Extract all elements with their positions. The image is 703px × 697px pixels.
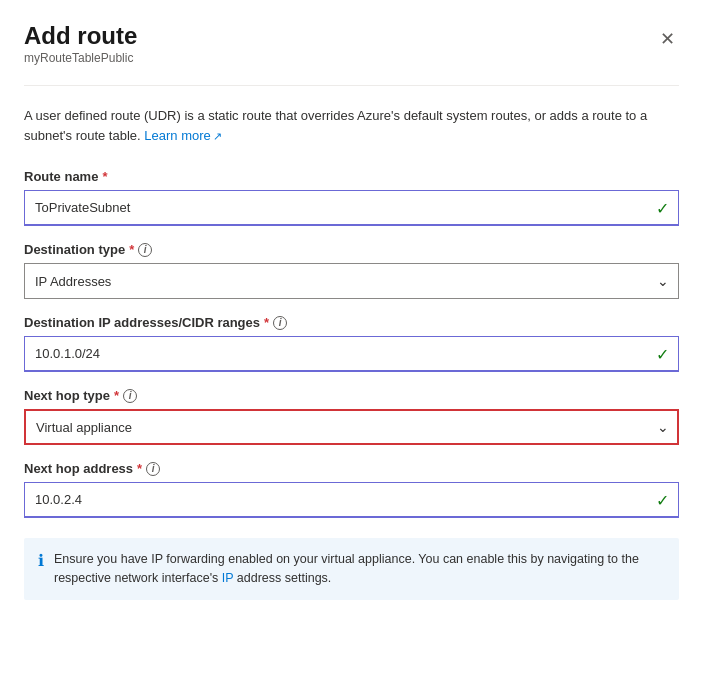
next-hop-address-label: Next hop address * i [24,461,679,476]
ip-link[interactable]: IP [222,571,237,585]
destination-type-info-icon[interactable]: i [138,243,152,257]
destination-type-group: Destination type * i ⌄ [24,242,679,299]
next-hop-type-group: Next hop type * i ⌄ [24,388,679,445]
info-box: ℹ Ensure you have IP forwarding enabled … [24,538,679,600]
destination-ip-input[interactable] [24,336,679,372]
destination-ip-wrapper: ✓ [24,336,679,372]
destination-type-label: Destination type * i [24,242,679,257]
next-hop-address-input[interactable] [24,482,679,518]
header-divider [24,85,679,86]
next-hop-type-info-icon[interactable]: i [123,389,137,403]
required-star-2: * [129,242,134,257]
destination-type-input[interactable] [24,263,679,299]
close-button[interactable]: ✕ [656,26,679,52]
next-hop-address-info-icon[interactable]: i [146,462,160,476]
destination-ip-group: Destination IP addresses/CIDR ranges * i… [24,315,679,372]
route-name-group: Route name * ✓ [24,169,679,226]
panel-subtitle: myRouteTablePublic [24,51,137,65]
panel-title: Add route [24,20,137,51]
required-star: * [102,169,107,184]
info-box-icon: ℹ [38,551,44,570]
description-text: A user defined route (UDR) is a static r… [24,106,679,145]
next-hop-type-wrapper: ⌄ [24,409,679,445]
route-name-wrapper: ✓ [24,190,679,226]
destination-type-wrapper: ⌄ [24,263,679,299]
destination-ip-label: Destination IP addresses/CIDR ranges * i [24,315,679,330]
info-box-text: Ensure you have IP forwarding enabled on… [54,550,665,588]
learn-more-link[interactable]: Learn more↗ [144,128,221,143]
add-route-panel: Add route myRouteTablePublic ✕ A user de… [0,0,703,697]
route-name-input[interactable] [24,190,679,226]
next-hop-address-wrapper: ✓ [24,482,679,518]
next-hop-address-group: Next hop address * i ✓ [24,461,679,518]
route-name-label: Route name * [24,169,679,184]
required-star-5: * [137,461,142,476]
panel-header: Add route myRouteTablePublic ✕ [24,20,679,79]
panel-title-group: Add route myRouteTablePublic [24,20,137,79]
close-icon: ✕ [660,30,675,48]
required-star-4: * [114,388,119,403]
next-hop-type-label: Next hop type * i [24,388,679,403]
next-hop-type-input[interactable] [24,409,679,445]
external-link-icon: ↗ [213,130,222,142]
destination-ip-info-icon[interactable]: i [273,316,287,330]
required-star-3: * [264,315,269,330]
